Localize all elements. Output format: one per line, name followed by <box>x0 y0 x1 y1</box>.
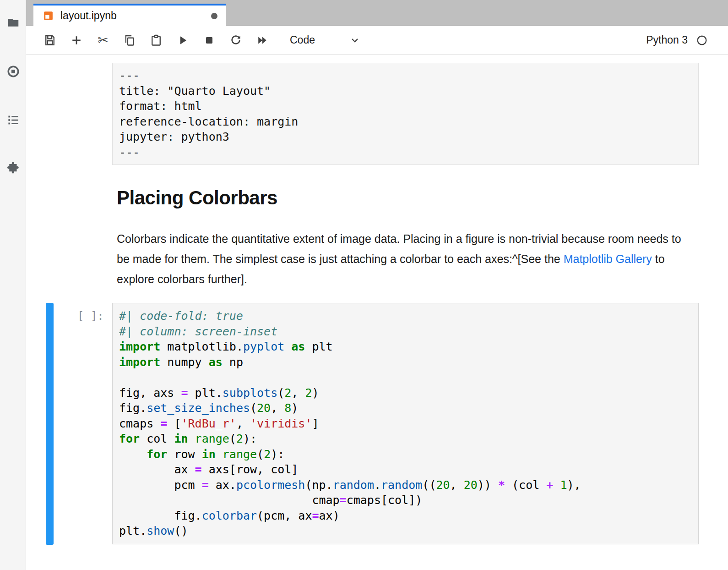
kernel-name[interactable]: Python 3 <box>646 34 688 46</box>
cell-type-value: Code <box>290 34 315 46</box>
cut-cells-button[interactable]: ✂ <box>95 31 111 49</box>
code-line: #| code-fold: true <box>119 308 692 324</box>
run-cell-button[interactable] <box>174 31 191 49</box>
code-line: fig, axs = plt.subplots(2, 2) <box>119 385 692 401</box>
raw-cell-editor[interactable]: ---title: "Quarto Layout"format: htmlref… <box>112 63 699 165</box>
restart-kernel-button[interactable] <box>228 31 244 49</box>
code-line: import matplotlib.pyplot as plt <box>119 339 692 355</box>
code-line: for col in range(2): <box>119 431 692 447</box>
kernel-status-icon[interactable] <box>696 34 708 46</box>
tab-layout-ipynb[interactable]: layout.ipynb <box>33 4 226 26</box>
code-line: for row in range(2): <box>119 447 692 462</box>
raw-cell-line: title: "Quarto Layout" <box>119 83 692 99</box>
tab-title: layout.ipynb <box>60 10 211 22</box>
insert-cell-button[interactable] <box>68 31 85 49</box>
chevron-down-icon <box>349 35 360 46</box>
file-browser-icon[interactable] <box>6 16 20 29</box>
code-line <box>119 370 692 385</box>
code-line: pcm = ax.pcolormesh(np.random.random((20… <box>119 477 692 493</box>
scissors-icon: ✂ <box>98 34 108 47</box>
notebook-toolbar: ✂ Code Python 3 <box>26 26 728 55</box>
raw-cell-line: reference-location: margin <box>119 114 692 130</box>
cell-type-select[interactable]: Code <box>288 31 362 49</box>
kernel-area: Python 3 <box>646 34 708 46</box>
code-line: cmap=cmaps[col]) <box>119 493 692 508</box>
running-kernels-icon[interactable] <box>6 65 20 78</box>
code-line: fig.colorbar(pcm, ax=ax) <box>119 508 692 524</box>
raw-cell-line: --- <box>119 145 692 160</box>
raw-cell-line: jupyter: python3 <box>119 129 692 145</box>
markdown-paragraph: Colorbars indicate the quantitative exte… <box>117 229 687 289</box>
code-line: ax = axs[row, col] <box>119 462 692 477</box>
restart-and-run-all-button[interactable] <box>254 31 271 49</box>
markdown-heading: Placing Colorbars <box>117 187 277 208</box>
table-of-contents-icon[interactable] <box>6 113 20 127</box>
copy-cells-button[interactable] <box>121 31 138 49</box>
code-cell-editor[interactable]: #| code-fold: true#| column: screen-inse… <box>112 303 699 544</box>
code-line: import numpy as np <box>119 355 692 370</box>
code-line: #| column: screen-inset <box>119 324 692 340</box>
code-line: plt.show() <box>119 523 692 539</box>
active-cell-collapser[interactable] <box>46 303 54 545</box>
matplotlib-gallery-link[interactable]: Matplotlib Gallery <box>564 252 652 265</box>
notebook-icon <box>43 10 54 22</box>
cell-input-prompt: [ ]: <box>77 310 104 323</box>
extensions-icon[interactable] <box>6 161 20 175</box>
interrupt-kernel-button[interactable] <box>201 31 217 49</box>
raw-cell-line: --- <box>119 68 692 83</box>
raw-cell-line: format: html <box>119 99 692 114</box>
save-button[interactable] <box>42 31 58 49</box>
activity-bar <box>0 0 26 570</box>
notebook-content: ---title: "Quarto Layout"format: htmlref… <box>26 55 728 570</box>
code-line: cmaps = ['RdBu_r', 'viridis'] <box>119 416 692 432</box>
paste-cells-button[interactable] <box>148 31 164 49</box>
unsaved-indicator[interactable] <box>211 13 217 19</box>
tab-bar: layout.ipynb <box>26 0 728 26</box>
code-line: fig.set_size_inches(20, 8) <box>119 400 692 416</box>
